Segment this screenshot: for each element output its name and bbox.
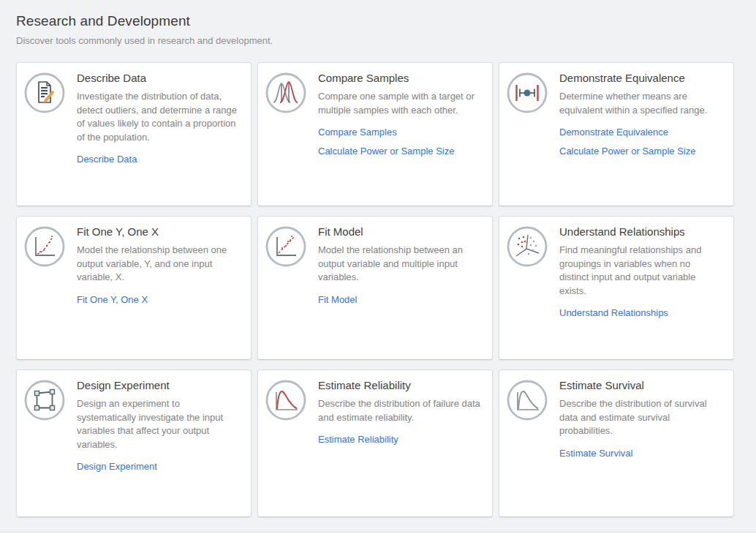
card-title: Compare Samples [318,71,480,86]
card-links: Demonstrate EquivalenceCalculate Power o… [559,127,722,157]
card-description: Model the relationship between one outpu… [77,244,239,285]
tool-card: Design ExperimentDesign an experiment to… [16,369,252,517]
card-links: Compare SamplesCalculate Power or Sample… [318,127,480,157]
card-title: Estimate Reliability [318,378,480,393]
card-link[interactable]: Demonstrate Equivalence [559,127,668,138]
compare-samples-overlapping-curves-icon [265,72,306,113]
card-description: Compare one sample with a target or mult… [318,90,480,117]
tool-card: Estimate ReliabilityDescribe the distrib… [257,369,493,517]
card-link[interactable]: Understand Relationships [559,307,668,319]
card-description: Describe the distribution of survival da… [559,397,722,438]
card-description: Investigate the distribution of data, de… [77,90,239,144]
card-body: Fit ModelModel the relationship between … [318,225,480,306]
estimate-survival-curve-icon [507,380,548,421]
tool-card: Compare SamplesCompare one sample with a… [257,62,493,206]
card-link[interactable]: Describe Data [77,154,137,165]
card-links: Estimate Reliability [318,434,480,446]
card-link[interactable]: Fit Model [318,294,357,306]
estimate-reliability-curve-icon [265,380,306,421]
card-links: Understand Relationships [559,307,722,319]
card-link[interactable]: Estimate Survival [559,448,632,459]
card-title: Fit Model [318,225,480,239]
equivalence-interval-icon [507,72,548,113]
card-body: Design ExperimentDesign an experiment to… [77,378,239,473]
card-links: Fit Model [318,294,480,306]
describe-data-document-pencil-icon [24,72,65,113]
page-title: Research and Development [16,12,756,31]
card-body: Understand RelationshipsFind meaningful … [559,225,722,319]
fit-model-trend-icon [265,226,306,267]
card-link[interactable]: Calculate Power or Sample Size [559,146,695,157]
card-description: Determine whether means are equivalent w… [559,90,722,117]
card-title: Estimate Survival [559,378,722,393]
card-title: Design Experiment [77,378,239,393]
card-body: Estimate SurvivalDescribe the distributi… [559,378,722,459]
card-links: Design Experiment [77,461,239,473]
tool-card: Fit One Y, One XModel the relationship b… [16,216,252,360]
card-description: Design an experiment to systematically i… [77,397,239,451]
tool-card: Estimate SurvivalDescribe the distributi… [499,369,734,517]
card-description: Find meaningful relationships and groupi… [559,244,722,298]
card-link[interactable]: Compare Samples [318,127,397,138]
card-link[interactable]: Estimate Reliability [318,434,398,446]
card-title: Fit One Y, One X [77,225,239,239]
tool-card: Demonstrate EquivalenceDetermine whether… [499,62,734,206]
card-body: Compare SamplesCompare one sample with a… [318,71,480,157]
design-experiment-square-icon [24,380,65,421]
card-body: Fit One Y, One XModel the relationship b… [77,225,239,306]
tool-card: Describe DataInvestigate the distributio… [16,62,252,206]
card-body: Estimate ReliabilityDescribe the distrib… [318,378,480,446]
card-description: Describe the distribution of failure dat… [318,397,480,424]
card-title: Understand Relationships [559,225,722,239]
card-links: Fit One Y, One X [77,294,239,306]
tool-card: Fit ModelModel the relationship between … [257,216,493,360]
fit-one-y-one-x-curve-icon [24,226,65,267]
page-subtitle: Discover tools commonly used in research… [16,34,756,47]
card-links: Estimate Survival [559,448,722,459]
tools-grid: Describe DataInvestigate the distributio… [16,62,756,517]
bottom-strip [0,532,756,537]
understand-relationships-3d-scatter-icon [507,226,548,267]
card-link[interactable]: Calculate Power or Sample Size [318,146,454,157]
card-title: Demonstrate Equivalence [559,71,722,86]
card-body: Describe DataInvestigate the distributio… [77,71,239,165]
card-body: Demonstrate EquivalenceDetermine whether… [559,71,722,157]
research-development-page: Research and Development Discover tools … [0,0,756,517]
card-link[interactable]: Design Experiment [77,461,157,473]
card-links: Describe Data [77,154,239,165]
tool-card: Understand RelationshipsFind meaningful … [499,216,734,360]
card-title: Describe Data [77,71,239,86]
card-link[interactable]: Fit One Y, One X [77,294,148,306]
card-description: Model the relationship between an output… [318,244,480,285]
